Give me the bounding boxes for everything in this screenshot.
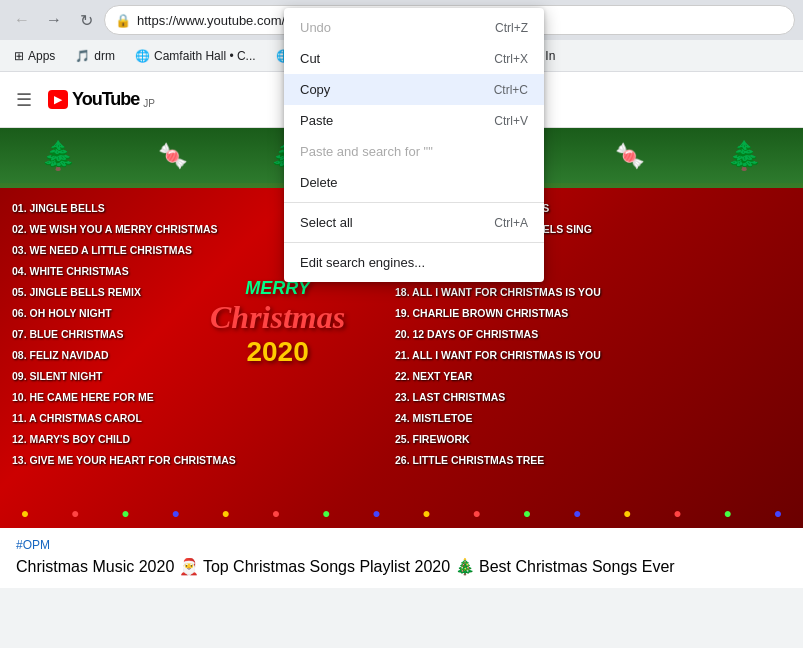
song-item: 09. SILENT NIGHT xyxy=(12,366,236,387)
menu-item-shortcut: Ctrl+X xyxy=(494,52,528,66)
menu-divider xyxy=(284,242,544,243)
context-menu-item-paste-and-search-for-: Paste and search for "" xyxy=(284,136,544,167)
song-item: 07. BLUE CHRISTMAS xyxy=(12,324,236,345)
forward-button[interactable]: → xyxy=(40,6,68,34)
youtube-logo[interactable]: ▶ YouTube JP xyxy=(48,89,155,110)
context-menu-item-delete[interactable]: Delete xyxy=(284,167,544,198)
bookmark-camfaith-label: Camfaith Hall • C... xyxy=(154,49,256,63)
song-item: 10. HE CAME HERE FOR ME xyxy=(12,387,236,408)
song-item: 11. A CHRISTMAS CAROL xyxy=(12,408,236,429)
youtube-wordmark: YouTube xyxy=(72,89,139,110)
youtube-region-suffix: JP xyxy=(143,98,155,109)
song-item: 12. MARY'S BOY CHILD xyxy=(12,429,236,450)
menu-item-label: Paste and search for "" xyxy=(300,144,433,159)
song-item: 19. CHARLIE BROWN CHRISTMAS xyxy=(395,303,601,324)
bookmark-camfaith[interactable]: 🌐 Camfaith Hall • C... xyxy=(131,47,260,65)
menu-item-label: Copy xyxy=(300,82,330,97)
lock-icon: 🔒 xyxy=(115,13,131,28)
context-menu-item-paste[interactable]: PasteCtrl+V xyxy=(284,105,544,136)
song-item: 23. LAST CHRISTMAS xyxy=(395,387,601,408)
song-item: 01. JINGLE BELLS xyxy=(12,198,236,219)
song-item: 06. OH HOLY NIGHT xyxy=(12,303,236,324)
context-menu: UndoCtrl+ZCutCtrl+XCopyCtrl+CPasteCtrl+V… xyxy=(284,8,544,282)
context-menu-item-select-all[interactable]: Select allCtrl+A xyxy=(284,207,544,238)
song-item: 20. 12 DAYS OF CHRISTMAS xyxy=(395,324,601,345)
menu-item-shortcut: Ctrl+Z xyxy=(495,21,528,35)
hamburger-menu[interactable]: ☰ xyxy=(16,89,32,111)
menu-divider xyxy=(284,202,544,203)
video-tag: #OPM xyxy=(16,538,787,552)
menu-item-shortcut: Ctrl+V xyxy=(494,114,528,128)
reload-button[interactable]: ↻ xyxy=(72,6,100,34)
music-icon: 🎵 xyxy=(75,49,90,63)
youtube-play-icon: ▶ xyxy=(48,90,68,109)
video-title: Christmas Music 2020 🎅 Top Christmas Son… xyxy=(16,556,787,578)
context-menu-item-copy[interactable]: CopyCtrl+C xyxy=(284,74,544,105)
song-item: 18. ALL I WANT FOR CHRISTMAS IS YOU xyxy=(395,282,601,303)
song-list-left: 01. JINGLE BELLS02. WE WISH YOU A MERRY … xyxy=(12,198,236,471)
menu-item-label: Select all xyxy=(300,215,353,230)
merry-christmas-text: MERRY Christmas 2020 xyxy=(210,278,345,368)
menu-item-shortcut: Ctrl+C xyxy=(494,83,528,97)
back-button[interactable]: ← xyxy=(8,6,36,34)
camfaith-icon: 🌐 xyxy=(135,49,150,63)
bookmark-drm[interactable]: 🎵 drm xyxy=(71,47,119,65)
video-info: #OPM Christmas Music 2020 🎅 Top Christma… xyxy=(0,528,803,588)
song-item: 08. FELIZ NAVIDAD xyxy=(12,345,236,366)
context-menu-item-cut[interactable]: CutCtrl+X xyxy=(284,43,544,74)
christmas-lights: ●●●●●●●●●●●●●●●● xyxy=(0,498,803,528)
song-item: 24. MISTLETOE xyxy=(395,408,601,429)
bookmark-drm-label: drm xyxy=(94,49,115,63)
song-item: 04. WHITE CHRISTMAS xyxy=(12,261,236,282)
song-item: 03. WE NEED A LITTLE CHRISTMAS xyxy=(12,240,236,261)
menu-item-label: Edit search engines... xyxy=(300,255,425,270)
song-item: 21. ALL I WANT FOR CHRISTMAS IS YOU xyxy=(395,345,601,366)
menu-item-label: Cut xyxy=(300,51,320,66)
menu-item-shortcut: Ctrl+A xyxy=(494,216,528,230)
apps-grid-icon: ⊞ xyxy=(14,49,24,63)
song-item: 05. JINGLE BELLS REMIX xyxy=(12,282,236,303)
menu-item-label: Undo xyxy=(300,20,331,35)
song-item: 22. NEXT YEAR xyxy=(395,366,601,387)
context-menu-item-edit-search-engines[interactable]: Edit search engines... xyxy=(284,247,544,278)
song-item: 25. FIREWORK xyxy=(395,429,601,450)
menu-item-label: Delete xyxy=(300,175,338,190)
song-item: 26. LITTLE CHRISTMAS TREE xyxy=(395,450,601,471)
song-item: 13. GIVE ME YOUR HEART FOR CHRISTMAS xyxy=(12,450,236,471)
context-menu-item-undo: UndoCtrl+Z xyxy=(284,12,544,43)
bookmark-apps-label: Apps xyxy=(28,49,55,63)
menu-item-label: Paste xyxy=(300,113,333,128)
bookmark-apps[interactable]: ⊞ Apps xyxy=(10,47,59,65)
song-item: 02. WE WISH YOU A MERRY CHRISTMAS xyxy=(12,219,236,240)
